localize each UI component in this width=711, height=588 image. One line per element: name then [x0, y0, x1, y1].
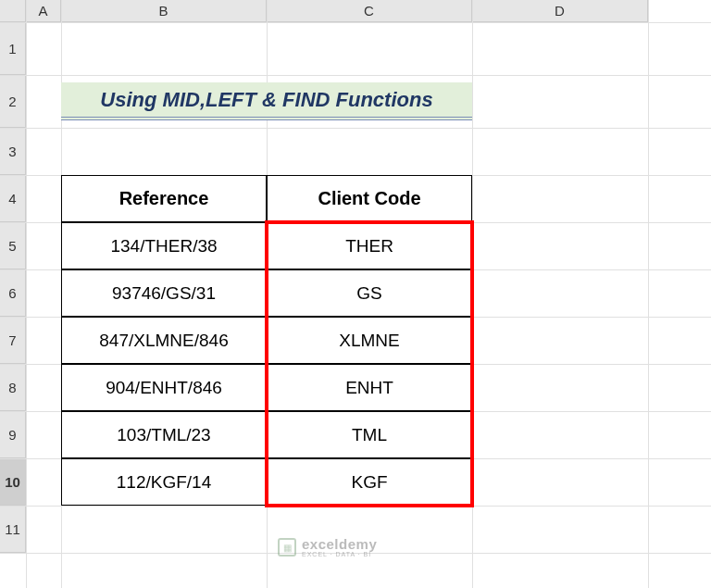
table-cell[interactable]: KGF — [267, 458, 472, 506]
grid-icon: ▦ — [278, 538, 296, 557]
spreadsheet: ABCD 1234567891011 Using MID,LEFT & FIND… — [0, 0, 711, 588]
table-cell[interactable]: 103/TML/23 — [61, 411, 267, 458]
table-cell[interactable]: 904/ENHT/846 — [61, 364, 267, 411]
watermark: ▦ exceldemy EXCEL · DATA · BI — [278, 537, 377, 557]
select-all-corner[interactable] — [0, 0, 26, 22]
table-cell[interactable]: XLMNE — [267, 317, 472, 364]
row-header-2[interactable]: 2 — [0, 75, 26, 128]
table-cell[interactable]: TML — [267, 411, 472, 458]
table-cell[interactable]: 134/THER/38 — [61, 222, 267, 269]
row-header-8[interactable]: 8 — [0, 364, 26, 411]
row-header-11[interactable]: 11 — [0, 506, 26, 553]
table-header[interactable]: Client Code — [267, 175, 472, 222]
title-text: Using MID,LEFT & FIND Functions — [100, 88, 432, 112]
watermark-sub: EXCEL · DATA · BI — [302, 551, 377, 557]
row-header-10[interactable]: 10 — [0, 458, 26, 506]
row-header-4[interactable]: 4 — [0, 175, 26, 222]
row-headers: 1234567891011 — [0, 22, 26, 553]
table-cell[interactable]: ENHT — [267, 364, 472, 411]
data-table: ReferenceClient Code134/THER/38THER93746… — [61, 175, 472, 506]
col-header-D[interactable]: D — [472, 0, 648, 22]
table-cell[interactable]: 847/XLMNE/846 — [61, 317, 267, 364]
row-header-3[interactable]: 3 — [0, 128, 26, 175]
table-cell[interactable]: 93746/GS/31 — [61, 269, 267, 317]
watermark-title: exceldemy — [302, 537, 377, 551]
table-cell[interactable]: GS — [267, 269, 472, 317]
table-header[interactable]: Reference — [61, 175, 267, 222]
col-header-B[interactable]: B — [61, 0, 267, 22]
table-cell[interactable]: THER — [267, 222, 472, 269]
row-header-1[interactable]: 1 — [0, 22, 26, 75]
row-header-5[interactable]: 5 — [0, 222, 26, 269]
column-headers: ABCD — [26, 0, 648, 22]
col-header-A[interactable]: A — [26, 0, 61, 22]
col-header-C[interactable]: C — [267, 0, 472, 22]
title-cell[interactable]: Using MID,LEFT & FIND Functions — [61, 82, 472, 120]
watermark-text: exceldemy EXCEL · DATA · BI — [302, 537, 377, 557]
table-cell[interactable]: 112/KGF/14 — [61, 458, 267, 506]
row-header-9[interactable]: 9 — [0, 411, 26, 458]
row-header-6[interactable]: 6 — [0, 269, 26, 317]
row-header-7[interactable]: 7 — [0, 317, 26, 364]
